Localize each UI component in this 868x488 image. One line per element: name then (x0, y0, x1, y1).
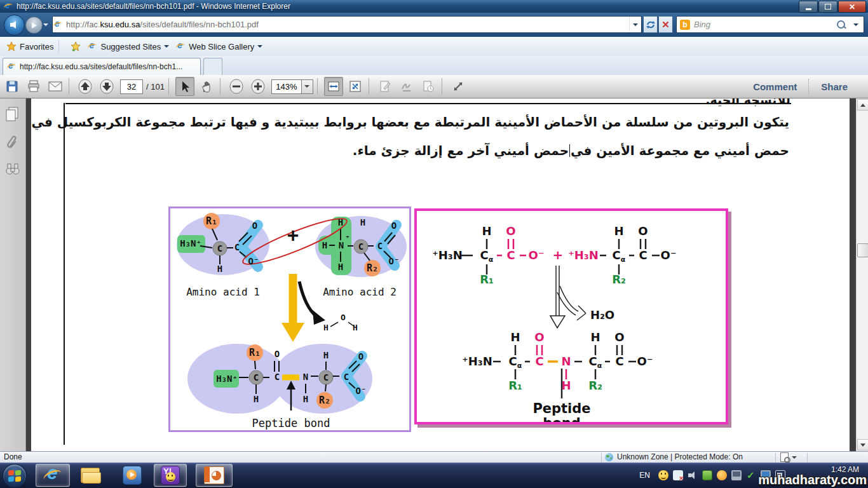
suggested-sites-button[interactable]: Suggested Sites (87, 41, 169, 51)
page-zoom-control[interactable] (780, 452, 797, 462)
line2-part-a: حمض أميني مع مجموعة الأمين في (571, 143, 789, 158)
messenger-tray-icon[interactable] (658, 470, 668, 480)
email-button[interactable] (46, 77, 65, 96)
page-thumbnails-icon[interactable] (5, 106, 20, 123)
action-center-icon[interactable] (673, 470, 683, 480)
zone-label: Unknown Zone | Protected Mode: On (617, 452, 743, 461)
fullscreen-button[interactable] (449, 77, 468, 96)
window-controls: ✕ (798, 1, 866, 13)
atom-label: H₂O (590, 308, 614, 322)
taskbar-powerpoint[interactable] (196, 464, 233, 487)
next-page-button[interactable] (97, 77, 116, 96)
updates-tray-icon[interactable] (717, 470, 727, 480)
atom-label: C (639, 248, 647, 262)
atom-label: C (615, 355, 623, 368)
minimize-button[interactable] (799, 1, 818, 13)
previous-page-button[interactable] (76, 77, 95, 96)
atom-label: H (322, 240, 327, 250)
search-options-caret[interactable] (850, 24, 862, 26)
atom-label: Peptide (532, 401, 590, 416)
hand-tool-button[interactable] (197, 77, 216, 96)
save-button[interactable] (3, 77, 22, 96)
page-shadow-right (850, 98, 856, 451)
suggested-sites-label: Suggested Sites (100, 42, 161, 51)
refresh-button[interactable] (643, 16, 658, 33)
status-text: Done (4, 452, 22, 461)
expand-icon (452, 80, 465, 93)
new-tab-stub[interactable] (203, 58, 222, 75)
recent-pages-caret-icon[interactable] (43, 24, 48, 26)
address-dropdown-button[interactable] (629, 17, 641, 32)
atom-label: H₃N⁺ (180, 238, 201, 248)
back-button[interactable] (4, 15, 25, 36)
share-button[interactable]: Share (810, 81, 859, 92)
atom-label: H (482, 224, 491, 238)
search-icon[interactable] (837, 20, 845, 29)
attachments-paperclip-icon[interactable] (5, 134, 20, 151)
chevron-down-icon (164, 45, 169, 48)
page-number-input[interactable] (120, 79, 143, 94)
vertical-scrollbar[interactable] (856, 98, 868, 451)
sign-button[interactable] (397, 77, 416, 96)
taskbar-windows-explorer[interactable] (75, 464, 105, 487)
volume-icon[interactable] (688, 470, 698, 480)
web-slice-gallery-button[interactable]: Web Slice Gallery (175, 41, 262, 51)
taskbar-media-player[interactable] (117, 464, 147, 487)
powerpoint-icon (204, 466, 224, 484)
atom-label: R₁ (480, 273, 494, 286)
pdf-toolbar: / 101 143% (0, 75, 868, 98)
tab-favicon (6, 62, 17, 72)
separator (69, 78, 69, 95)
search-binoculars-icon[interactable] (5, 162, 20, 176)
scroll-up-button[interactable] (857, 99, 868, 111)
atom-label: H (338, 262, 343, 272)
forward-button[interactable] (25, 17, 43, 34)
atom-label: H (590, 330, 600, 344)
comment-button[interactable]: Comment (742, 81, 808, 92)
restore-button[interactable] (818, 1, 837, 13)
forward-icon (32, 22, 37, 29)
atom-label: Cα (589, 355, 602, 370)
display-tray-icon[interactable] (731, 470, 742, 480)
atom-label: ⁺ (345, 233, 350, 243)
taskbar-yahoo-messenger[interactable]: Y! (154, 464, 187, 487)
start-button[interactable] (3, 464, 27, 488)
zoom-in-button[interactable] (248, 77, 268, 96)
atom-label: + (287, 224, 299, 246)
favorites-label: Favorites (20, 42, 53, 51)
fit-width-button[interactable] (324, 77, 343, 96)
atom-label: O⁻ (248, 256, 259, 266)
antivirus-tray-icon[interactable] (746, 470, 756, 480)
zoom-level-value[interactable]: 143% (271, 79, 302, 94)
history-document-button[interactable] (419, 77, 438, 96)
ie-window: http://fac.ksu.edu.sa/sites/default/file… (0, 0, 868, 488)
address-field[interactable]: http://fac.ksu.edu.sa/sites/default/file… (52, 16, 642, 33)
print-pdf-button[interactable] (24, 77, 43, 96)
hand-icon (200, 80, 213, 93)
close-button[interactable]: ✕ (838, 1, 866, 13)
signature-icon (400, 80, 413, 93)
zoom-dropdown-button[interactable] (302, 79, 313, 94)
select-cursor-icon (179, 80, 191, 93)
envelope-icon (48, 81, 62, 92)
zoom-out-button[interactable] (227, 77, 246, 96)
text-cursor (569, 144, 570, 157)
annotate-button[interactable] (376, 77, 395, 96)
scroll-down-button[interactable] (857, 439, 868, 451)
fit-page-icon (349, 80, 362, 93)
taskbar-internet-explorer[interactable] (36, 464, 70, 487)
atom-label: Peptide bond (252, 417, 330, 430)
security-tray-icon[interactable] (702, 470, 712, 480)
fit-page-button[interactable] (346, 77, 365, 96)
search-box[interactable]: b Bing (676, 16, 864, 33)
figure-left-svg: R₁H₃N⁺CHCOO⁻+HHHN⁺HCR₂COO⁻Amino acid 1Am… (170, 208, 409, 430)
select-tool-button[interactable] (175, 77, 194, 96)
scrollbar-thumb[interactable] (857, 243, 868, 257)
tab-active[interactable]: http://fac.ksu.edu.sa/sites/default/file… (3, 58, 201, 75)
add-to-favorites-bar-button[interactable] (71, 41, 81, 51)
favorites-button[interactable]: Favorites (6, 41, 53, 51)
language-indicator[interactable]: EN (639, 471, 650, 480)
watermark: muhadharaty.com (758, 473, 867, 487)
stop-button[interactable]: ✕ (658, 16, 673, 33)
chevron-down-icon (633, 24, 638, 26)
